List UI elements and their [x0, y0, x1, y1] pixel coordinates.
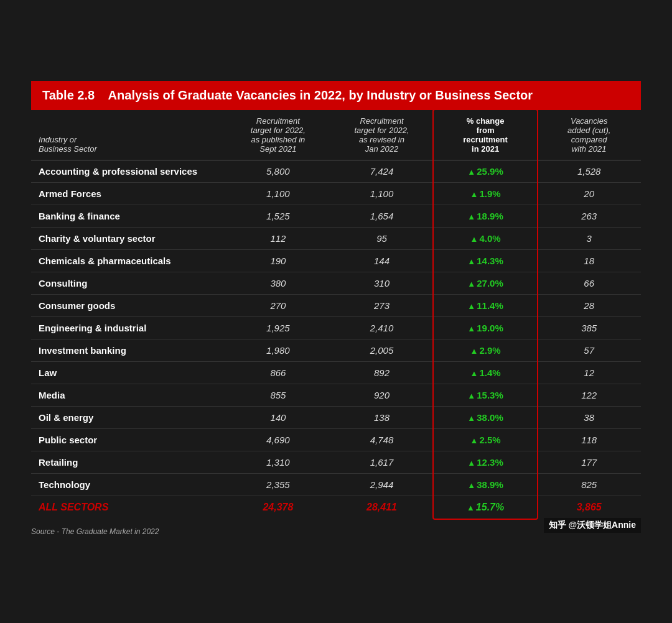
cell-col1: 112 [226, 228, 330, 250]
up-arrow-icon: ▲ [467, 324, 475, 333]
table-row: Armed Forces1,1001,100▲1.9%20 [31, 183, 641, 205]
cell-col3: ▲38.0% [434, 407, 538, 429]
cell-col3: ▲4.0% [434, 228, 538, 250]
cell-col3: ▲25.9% [434, 160, 538, 183]
cell-col1: 1,310 [226, 451, 330, 474]
up-arrow-icon: ▲ [467, 302, 475, 311]
cell-industry: Media [31, 384, 226, 407]
cell-industry: Oil & energy [31, 407, 226, 429]
cell-col3: ▲38.9% [434, 474, 538, 496]
data-table: Industry orBusiness Sector Recruitmentta… [31, 110, 641, 519]
cell-col4: 28 [537, 295, 641, 317]
table-header-row: Industry orBusiness Sector Recruitmentta… [31, 110, 641, 160]
cell-col2: 95 [330, 228, 434, 250]
cell-industry: Consumer goods [31, 295, 226, 317]
table-heading: Analysis of Graduate Vacancies in 2022, … [108, 88, 533, 102]
cell-col3: ▲11.4% [434, 295, 538, 317]
cell-col3: ▲1.4% [434, 362, 538, 384]
up-arrow-icon: ▲ [467, 413, 475, 423]
table-row: Retailing1,3101,617▲12.3%177 [31, 451, 641, 474]
cell-col2: 1,617 [330, 451, 434, 474]
cell-col1: 1,925 [226, 317, 330, 339]
table-row: Oil & energy140138▲38.0%38 [31, 407, 641, 429]
cell-col3: ▲14.3% [434, 250, 538, 272]
cell-col2: 4,748 [330, 429, 434, 451]
cell-industry: Engineering & industrial [31, 317, 226, 339]
cell-col1: 2,355 [226, 474, 330, 496]
header-col4: Vacanciesadded (cut),comparedwith 2021 [537, 110, 641, 160]
cell-col4: 263 [537, 205, 641, 228]
cell-col2: 2,005 [330, 339, 434, 362]
cell-col3: ▲18.9% [434, 205, 538, 228]
cell-all-sectors-col2: 28,411 [330, 496, 434, 519]
cell-col1: 1,525 [226, 205, 330, 228]
cell-col1: 4,690 [226, 429, 330, 451]
cell-col4: 57 [537, 339, 641, 362]
cell-industry: Retailing [31, 451, 226, 474]
watermark: 知乎 @沃顿学姐Annie [544, 518, 641, 533]
cell-industry: Chemicals & pharmaceuticals [31, 250, 226, 272]
table-row: Law866892▲1.4%12 [31, 362, 641, 384]
table-wrapper: Industry orBusiness Sector Recruitmentta… [31, 110, 641, 519]
up-arrow-icon: ▲ [470, 436, 478, 445]
cell-col3: ▲15.3% [434, 384, 538, 407]
cell-industry: Public sector [31, 429, 226, 451]
table-row: Technology2,3552,944▲38.9%825 [31, 474, 641, 496]
cell-all-sectors-label: ALL SECTORS [31, 496, 226, 519]
table-title: Table 2.8 Analysis of Graduate Vacancies… [31, 81, 641, 110]
up-arrow-icon: ▲ [467, 279, 475, 288]
up-arrow-icon: ▲ [467, 212, 475, 221]
cell-industry: Law [31, 362, 226, 384]
cell-all-sectors-col3: ▲15.7% [434, 496, 538, 519]
up-arrow-icon: ▲ [467, 167, 475, 177]
cell-col1: 190 [226, 250, 330, 272]
cell-col1: 855 [226, 384, 330, 407]
table-row: Accounting & professional services5,8007… [31, 160, 641, 183]
up-arrow-icon: ▲ [467, 257, 475, 266]
cell-col2: 920 [330, 384, 434, 407]
table-number: Table 2.8 [42, 88, 95, 102]
cell-col4: 20 [537, 183, 641, 205]
cell-col1: 270 [226, 295, 330, 317]
up-arrow-icon: ▲ [467, 481, 475, 490]
cell-col3: ▲2.9% [434, 339, 538, 362]
cell-col1: 1,980 [226, 339, 330, 362]
up-arrow-icon: ▲ [467, 503, 475, 512]
cell-industry: Armed Forces [31, 183, 226, 205]
up-arrow-icon: ▲ [467, 458, 475, 468]
cell-all-sectors-col1: 24,378 [226, 496, 330, 519]
cell-col4: 122 [537, 384, 641, 407]
cell-col2: 310 [330, 272, 434, 295]
up-arrow-icon: ▲ [470, 234, 478, 244]
table-row: Engineering & industrial1,9252,410▲19.0%… [31, 317, 641, 339]
header-col3: % changefromrecruitmentin 2021 [434, 110, 538, 160]
cell-col1: 866 [226, 362, 330, 384]
cell-col4: 3 [537, 228, 641, 250]
cell-col4: 118 [537, 429, 641, 451]
cell-col4: 177 [537, 451, 641, 474]
cell-industry: Consulting [31, 272, 226, 295]
table-row: Media855920▲15.3%122 [31, 384, 641, 407]
up-arrow-icon: ▲ [467, 391, 475, 400]
up-arrow-icon: ▲ [470, 346, 478, 356]
cell-col3: ▲19.0% [434, 317, 538, 339]
table-row: Public sector4,6904,748▲2.5%118 [31, 429, 641, 451]
cell-col2: 892 [330, 362, 434, 384]
up-arrow-icon: ▲ [470, 190, 478, 199]
cell-col4: 38 [537, 407, 641, 429]
cell-col2: 144 [330, 250, 434, 272]
cell-col1: 5,800 [226, 160, 330, 183]
cell-industry: Accounting & professional services [31, 160, 226, 183]
table-row: Consulting380310▲27.0%66 [31, 272, 641, 295]
table-row: Charity & voluntary sector11295▲4.0%3 [31, 228, 641, 250]
table-row: Banking & finance1,5251,654▲18.9%263 [31, 205, 641, 228]
cell-col4: 18 [537, 250, 641, 272]
cell-col3: ▲12.3% [434, 451, 538, 474]
all-sectors-row: ALL SECTORS24,37828,411▲15.7%3,865 [31, 496, 641, 519]
cell-col2: 273 [330, 295, 434, 317]
cell-industry: Technology [31, 474, 226, 496]
cell-col2: 7,424 [330, 160, 434, 183]
header-col2: Recruitmenttarget for 2022,as revised in… [330, 110, 434, 160]
header-col1: Recruitmenttarget for 2022,as published … [226, 110, 330, 160]
cell-col2: 1,100 [330, 183, 434, 205]
